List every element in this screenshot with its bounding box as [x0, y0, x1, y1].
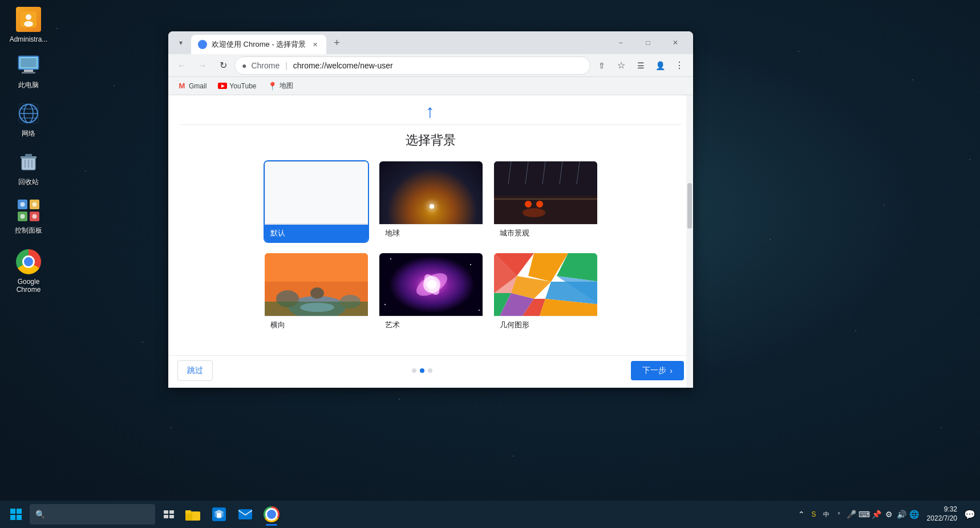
desktop-icon-admin[interactable]: Administra...: [6, 6, 51, 43]
background-grid: 默认 地球: [180, 160, 682, 335]
scrollbar[interactable]: [686, 95, 693, 388]
tab-list-button[interactable]: ▾: [173, 35, 189, 51]
account-button[interactable]: 👤: [651, 56, 669, 75]
bookmark-button[interactable]: ☆: [612, 56, 630, 75]
input-method-icon[interactable]: S: [808, 509, 820, 520]
chinese-input-icon[interactable]: 中: [821, 509, 832, 520]
admin-icon: [15, 6, 42, 33]
share-button[interactable]: ⇧: [593, 56, 611, 75]
close-button[interactable]: ✕: [662, 34, 689, 52]
system-tray: ⌃ S 中 ° 🎤 ⌨ 📌 ⚙ 🔊 🌐: [796, 509, 920, 520]
bg-card-default[interactable]: 默认: [264, 160, 369, 243]
bg-image-earth: [379, 161, 484, 224]
sidebar-button[interactable]: ☰: [631, 56, 650, 75]
svg-rect-71: [10, 515, 15, 520]
gmail-label: Gmail: [189, 82, 206, 90]
speaker-icon[interactable]: 🔊: [896, 509, 908, 520]
tab-favicon: [198, 40, 207, 49]
active-tab[interactable]: 欢迎使用 Chrome - 选择背景 ✕: [191, 35, 326, 54]
toolbar: ← → ↻ ● Chrome | chrome://welcome/new-us…: [168, 54, 693, 77]
start-button[interactable]: [5, 503, 27, 526]
task-view-button[interactable]: [157, 503, 180, 526]
bg-label-city: 城市景观: [494, 224, 597, 242]
skip-button[interactable]: 跳过: [177, 360, 213, 381]
punctuation-icon[interactable]: °: [833, 509, 845, 520]
tab-close-button[interactable]: ✕: [310, 40, 319, 49]
next-label: 下一步: [642, 365, 666, 376]
store-icon: [211, 506, 227, 522]
svg-point-26: [21, 214, 25, 219]
pin-icon[interactable]: 📌: [871, 509, 882, 520]
bookmark-youtube[interactable]: YouTube: [213, 79, 261, 93]
maps-label: 地图: [280, 81, 293, 91]
bg-label-art: 艺术: [379, 316, 483, 334]
page-title: 选择背景: [180, 132, 682, 149]
tray-up-arrow[interactable]: ⌃: [796, 509, 807, 520]
minimize-button[interactable]: −: [608, 34, 634, 52]
back-button[interactable]: ←: [173, 56, 191, 75]
bookmark-gmail[interactable]: M Gmail: [173, 79, 211, 93]
page-content: ↑ 选择背景 默认 地球: [168, 95, 693, 388]
next-button[interactable]: 下一步 ›: [631, 361, 684, 380]
bg-image-art: [379, 253, 484, 316]
svg-point-56: [479, 310, 480, 311]
svg-point-54: [470, 264, 471, 265]
svg-rect-75: [164, 515, 168, 518]
address-bar[interactable]: ● Chrome | chrome://welcome/new-user: [234, 56, 590, 75]
notification-icon[interactable]: 💬: [964, 509, 975, 520]
taskbar: 🔍: [0, 501, 980, 528]
chrome-window: ▾ 欢迎使用 Chrome - 选择背景 ✕ + − □ ✕ ← → ↻ ● C…: [168, 31, 693, 388]
trash-label: 回收站: [18, 178, 39, 186]
svg-rect-29: [494, 196, 598, 224]
mic-icon[interactable]: 🎤: [846, 509, 857, 520]
reload-button[interactable]: ↻: [214, 56, 232, 75]
menu-button[interactable]: ⋮: [670, 56, 689, 75]
mail-icon: [237, 506, 253, 522]
taskbar-app-store[interactable]: [206, 502, 232, 527]
keyboard-icon[interactable]: ⌨: [858, 509, 870, 520]
svg-point-2: [24, 21, 33, 27]
youtube-favicon: [218, 82, 227, 91]
taskbar-app-chrome[interactable]: [259, 502, 284, 527]
desktop-icon-mypc[interactable]: 此电脑: [6, 51, 51, 89]
desktop-icon-chrome[interactable]: Google Chrome: [6, 248, 51, 294]
dot-1: [412, 368, 416, 373]
desktop-icon-trash[interactable]: 回收站: [6, 148, 51, 186]
settings-tray-icon[interactable]: ⚙: [884, 509, 895, 520]
page-dots: [412, 368, 432, 373]
url-text: Chrome | chrome://welcome/new-user: [251, 61, 583, 70]
taskbar-clock[interactable]: 9:32 2022/7/20: [922, 505, 962, 523]
bg-card-landscape[interactable]: 横向: [264, 252, 369, 335]
page-bottom-controls: 跳过 下一步 ›: [168, 355, 693, 385]
svg-rect-74: [169, 510, 174, 514]
bg-card-art[interactable]: 艺术: [378, 252, 484, 335]
forward-button[interactable]: →: [193, 56, 212, 75]
maximize-button[interactable]: □: [635, 34, 661, 52]
svg-point-27: [33, 214, 37, 219]
svg-point-52: [427, 280, 436, 289]
network-tray-icon[interactable]: 🌐: [909, 509, 920, 520]
bg-card-geometric[interactable]: 几何图形: [493, 252, 598, 335]
bg-card-earth[interactable]: 地球: [378, 160, 484, 243]
taskbar-right: ⌃ S 中 ° 🎤 ⌨ 📌 ⚙ 🔊 🌐 9:32 2022/7/20 💬: [796, 505, 975, 523]
taskbar-app-explorer[interactable]: [180, 502, 205, 527]
bg-label-earth: 地球: [379, 224, 483, 242]
bookmark-maps[interactable]: 📍 地图: [264, 79, 298, 93]
network-icon: [15, 100, 42, 127]
bg-card-city[interactable]: 城市景观: [493, 160, 598, 243]
window-controls: − □ ✕: [608, 34, 689, 52]
desktop-icon-network[interactable]: 网络: [6, 100, 51, 137]
svg-rect-81: [217, 513, 221, 518]
time-display: 9:32: [927, 505, 957, 514]
mypc-label: 此电脑: [18, 81, 39, 89]
bg-image-default: [265, 161, 369, 224]
mypc-icon: [15, 51, 42, 79]
taskbar-app-mail[interactable]: [233, 502, 258, 527]
desktop-icon-controlpanel[interactable]: 控制面板: [6, 197, 51, 234]
scrollbar-thumb[interactable]: [687, 183, 692, 229]
taskbar-search[interactable]: 🔍: [30, 504, 155, 525]
new-tab-button[interactable]: +: [329, 35, 345, 51]
svg-rect-73: [164, 510, 168, 514]
url-path: chrome://welcome/new-user: [293, 61, 393, 70]
next-arrow-icon: ›: [670, 366, 673, 375]
